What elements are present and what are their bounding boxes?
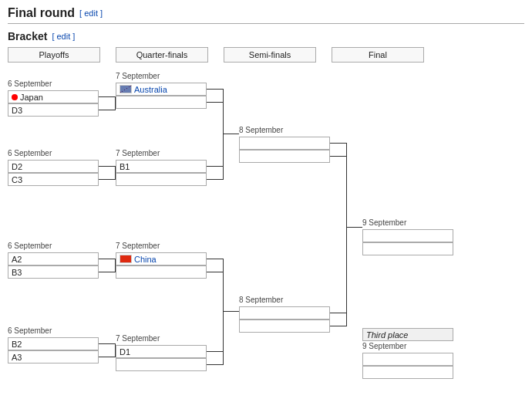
po4-connector-h2 bbox=[99, 357, 116, 357]
po2-date: 6 September bbox=[8, 149, 52, 157]
page-title: Final round [ edit ] bbox=[8, 6, 524, 24]
bracket-area: 6 September Japan D3 6 September D2 C3 6… bbox=[8, 66, 517, 399]
sf1-t1 bbox=[239, 137, 330, 150]
sf2-date: 8 September bbox=[239, 296, 283, 304]
qf3-r-h2 bbox=[207, 272, 224, 272]
po2-t2: C3 bbox=[8, 173, 99, 186]
qf1-r-h2 bbox=[207, 102, 224, 103]
qf4-t2 bbox=[116, 358, 207, 371]
final-t1 bbox=[362, 229, 453, 242]
qf2-r-h2 bbox=[207, 179, 224, 180]
po2-connector-h bbox=[99, 166, 116, 167]
qf2-t2 bbox=[116, 173, 207, 186]
sf12-bridge-v bbox=[346, 149, 347, 320]
column-headers: Playoffs Quarter-finals Semi-finals Fina… bbox=[8, 47, 524, 63]
po2-connector-h2 bbox=[99, 179, 116, 180]
qf3-t1: China bbox=[116, 252, 207, 265]
po4-t1: B2 bbox=[8, 337, 99, 350]
col-playoffs: Playoffs bbox=[8, 47, 100, 63]
bracket-title: Bracket [ edit ] bbox=[8, 30, 524, 42]
qf2-date: 7 September bbox=[116, 149, 160, 157]
sf2-t1 bbox=[239, 306, 330, 320]
sf1-t2 bbox=[239, 150, 330, 163]
qf12-bridge-h bbox=[223, 134, 239, 134]
qf3-date: 7 September bbox=[116, 242, 160, 250]
qf1-r-h1 bbox=[207, 89, 224, 90]
qf4-r-h2 bbox=[207, 364, 224, 365]
po4-t2: A3 bbox=[8, 350, 99, 363]
japan-dot bbox=[12, 94, 18, 100]
sf1-r-h2 bbox=[330, 156, 347, 157]
po2-t1: D2 bbox=[8, 160, 99, 173]
qf3-r-h1 bbox=[207, 259, 224, 259]
final-t2 bbox=[362, 242, 453, 255]
sf1-date: 8 September bbox=[239, 126, 283, 134]
title-text: Final round bbox=[8, 6, 75, 20]
qf34-bridge-h bbox=[223, 311, 239, 312]
po3-date: 6 September bbox=[8, 242, 52, 250]
po3-connector-h bbox=[99, 259, 116, 259]
third-place-label: Third place bbox=[362, 328, 453, 341]
third-place-t1 bbox=[362, 353, 453, 366]
po3-t2: B3 bbox=[8, 265, 99, 279]
sf2-t2 bbox=[239, 320, 330, 333]
sf1-r-h1 bbox=[330, 143, 347, 144]
qf1-date: 7 September bbox=[116, 72, 160, 80]
qf3-t2 bbox=[116, 265, 207, 279]
po1-date: 6 September bbox=[8, 79, 52, 88]
qf4-r-h1 bbox=[207, 351, 224, 352]
sf2-r-h1 bbox=[330, 313, 347, 313]
bracket-label: Bracket bbox=[8, 30, 47, 42]
third-place-date: 9 September bbox=[362, 342, 406, 350]
po3-connector-h2 bbox=[99, 272, 116, 272]
qf1-t2 bbox=[116, 96, 207, 109]
final-date: 9 September bbox=[362, 218, 406, 227]
po1-connector-h bbox=[99, 96, 116, 97]
qf4-t1: D1 bbox=[116, 345, 207, 358]
po1-t2: D3 bbox=[8, 103, 99, 117]
third-place-t2 bbox=[362, 366, 453, 379]
sf12-bridge-h bbox=[346, 227, 362, 228]
col-quarterfinals: Quarter-finals bbox=[116, 47, 208, 63]
qf1-t1: Australia bbox=[116, 83, 207, 96]
po3-t1: A2 bbox=[8, 252, 99, 265]
po1-connector-h2 bbox=[99, 110, 116, 110]
qf2-r-h1 bbox=[207, 166, 224, 167]
bracket-edit-link[interactable]: [ edit ] bbox=[52, 32, 75, 41]
qf4-date: 7 September bbox=[116, 334, 160, 343]
title-edit-link[interactable]: [ edit ] bbox=[79, 8, 103, 18]
col-semifinals: Semi-finals bbox=[224, 47, 316, 63]
sf2-r-h2 bbox=[330, 326, 347, 326]
po4-date: 6 September bbox=[8, 326, 52, 335]
qf2-t1: B1 bbox=[116, 160, 207, 173]
col-final: Final bbox=[332, 47, 424, 63]
po4-connector-h bbox=[99, 343, 116, 344]
po1-t1: Japan bbox=[8, 90, 99, 103]
